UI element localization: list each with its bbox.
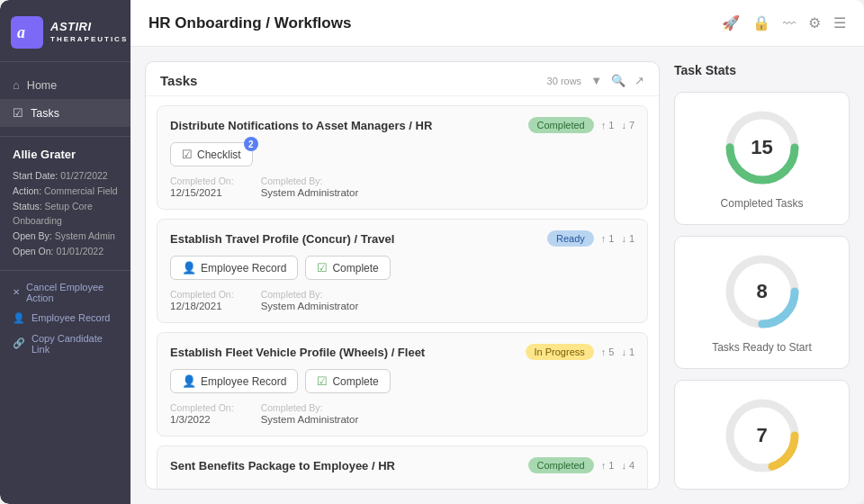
cancel-employee-action[interactable]: ✕ Cancel Employee Action — [13, 280, 118, 305]
stats-title: Task Stats — [674, 61, 850, 81]
completed-on-label-3: Completed On: — [170, 402, 234, 413]
task-badge-2: Ready — [547, 230, 594, 247]
activity-icon[interactable]: 〰 — [783, 16, 796, 31]
task-name-1: Distribute Notifications to Asset Manage… — [170, 119, 528, 132]
sidebar-logo: a aSTIRi THERAPEUTICS — [0, 0, 130, 62]
stats-panel: Task Stats 15 Completed Tasks — [674, 61, 850, 490]
rocket-icon[interactable]: 🚀 — [722, 14, 740, 32]
open-by-label: Open By: — [13, 230, 52, 241]
main-content: HR Onboarding / Workflows 🚀 🔒 〰 ⚙ ☰ Task… — [130, 0, 864, 504]
employee-record-label: Employee Record — [32, 312, 110, 323]
employee-record-label-2: Employee Record — [201, 262, 286, 274]
employee-icon-3: 👤 — [182, 374, 196, 388]
checklist-button[interactable]: ☑ Checklist 2 — [170, 142, 253, 166]
check-icon-3: ☑ — [317, 374, 328, 388]
checklist-badge: 2 — [244, 137, 258, 151]
search-icon[interactable]: 🔍 — [611, 74, 626, 87]
content-area: Tasks 30 rows ▼ 🔍 ↗ Distribute Notificat… — [130, 47, 864, 504]
task-card-header-1: Distribute Notifications to Asset Manage… — [170, 117, 634, 133]
start-date-label: Start Date: — [13, 170, 58, 181]
completed-by-value-3: System Administrator — [261, 414, 359, 425]
employee-record-icon: 👤 — [13, 312, 25, 324]
sidebar-item-tasks[interactable]: ☑ Tasks — [0, 99, 130, 127]
logo-tagline: THERAPEUTICS — [50, 35, 128, 44]
cancel-label: Cancel Employee Action — [26, 282, 118, 303]
tasks-panel: Tasks 30 rows ▼ 🔍 ↗ Distribute Notificat… — [145, 61, 660, 490]
complete-label-2: Complete — [332, 262, 378, 274]
employee-record-button-2[interactable]: 👤 Employee Record — [170, 256, 298, 280]
settings-icon[interactable]: ⚙ — [808, 14, 821, 32]
stat-card-3: 7 — [674, 380, 850, 490]
task-down-1: ↓7 — [621, 120, 634, 130]
completed-on-value-3: 1/3/2022 — [170, 414, 234, 425]
sidebar-navigation: ⌂ Home ☑ Tasks — [0, 62, 130, 136]
task-card-1: Distribute Notifications to Asset Manage… — [157, 105, 648, 210]
tasks-list: Distribute Notifications to Asset Manage… — [146, 96, 659, 489]
completed-on-value-1: 12/15/2021 — [170, 187, 234, 198]
completed-on-value-2: 12/18/2021 — [170, 301, 234, 311]
menu-icon[interactable]: ☰ — [833, 14, 846, 32]
filter-icon[interactable]: ▼ — [590, 74, 602, 87]
completed-by-label-3: Completed By: — [261, 402, 359, 413]
donut-1: 15 — [722, 107, 803, 188]
task-card-header-3: Establish Fleet Vehicle Profile (Wheels)… — [170, 344, 634, 360]
task-up-4: ↑1 — [601, 460, 615, 471]
stat-label-2: Tasks Ready to Start — [712, 341, 812, 354]
user-name: Allie Grater — [13, 148, 118, 161]
stat-number-1: 15 — [751, 136, 772, 159]
task-actions-1: ☑ Checklist 2 — [170, 142, 634, 166]
stat-label-1: Completed Tasks — [721, 197, 804, 210]
copy-link-icon: 🔗 — [13, 338, 25, 349]
task-right-2: Ready ↑1 ↓1 — [547, 230, 634, 247]
task-footer-2: Completed On: 12/18/2021 Completed By: S… — [170, 289, 634, 311]
logo-icon: a — [11, 16, 43, 49]
task-right-1: Completed ↑1 ↓7 — [528, 117, 634, 133]
copy-link-label: Copy Candidate Link — [32, 333, 118, 355]
task-name-3: Establish Fleet Vehicle Profile (Wheels)… — [170, 346, 526, 359]
sidebar: a aSTIRi THERAPEUTICS ⌂ Home ☑ Tasks All… — [0, 0, 130, 504]
task-up-2: ↑1 — [601, 233, 615, 244]
tasks-meta: 30 rows ▼ 🔍 ↗ — [547, 74, 644, 87]
donut-3: 7 — [722, 395, 803, 476]
task-up-3: ↑5 — [601, 346, 615, 357]
task-up-1: ↑1 — [601, 120, 615, 130]
open-by-value: System Admin — [55, 230, 115, 241]
stat-number-2: 8 — [756, 280, 767, 303]
lock-icon[interactable]: 🔒 — [752, 14, 770, 32]
employee-record-link[interactable]: 👤 Employee Record — [13, 310, 118, 326]
complete-button-3[interactable]: ☑ Complete — [305, 369, 390, 393]
stat-card-1: 15 Completed Tasks — [674, 92, 850, 225]
status-label: Status: — [13, 201, 42, 212]
employee-icon-2: 👤 — [182, 261, 196, 274]
employee-record-label-3: Employee Record — [201, 375, 286, 388]
stat-number-3: 7 — [756, 424, 767, 447]
task-card-4: Sent Benefits Package to Employee / HR C… — [157, 446, 648, 489]
checklist-label: Checklist — [197, 148, 241, 161]
employee-record-button-3[interactable]: 👤 Employee Record — [170, 369, 298, 393]
complete-button-2[interactable]: ☑ Complete — [305, 256, 390, 280]
open-on-value: 01/01/2022 — [56, 246, 104, 256]
task-badge-4: Completed — [528, 457, 594, 473]
topbar: HR Onboarding / Workflows 🚀 🔒 〰 ⚙ ☰ — [130, 0, 864, 47]
page-title: HR Onboarding / Workflows — [148, 14, 351, 32]
completed-by-value-1: System Administrator — [261, 187, 359, 198]
sidebar-item-home[interactable]: ⌂ Home — [0, 71, 130, 99]
complete-label-3: Complete — [332, 375, 378, 388]
completed-by-label-1: Completed By: — [261, 176, 359, 186]
sidebar-item-home-label: Home — [27, 79, 57, 92]
topbar-icons: 🚀 🔒 〰 ⚙ ☰ — [722, 14, 846, 32]
task-down-2: ↓1 — [621, 233, 634, 244]
home-icon: ⌂ — [13, 78, 20, 92]
task-badge-3: In Progress — [526, 344, 594, 360]
task-down-3: ↓1 — [621, 346, 634, 357]
checklist-icon: ☑ — [182, 148, 193, 161]
cancel-icon: ✕ — [13, 287, 20, 297]
copy-candidate-link[interactable]: 🔗 Copy Candidate Link — [13, 331, 118, 356]
completed-on-label-2: Completed On: — [170, 289, 234, 300]
task-right-3: In Progress ↑5 ↓1 — [526, 344, 635, 360]
export-icon[interactable]: ↗ — [634, 74, 644, 87]
completed-by-label-2: Completed By: — [261, 289, 359, 300]
task-footer-1: Completed On: 12/15/2021 Completed By: S… — [170, 176, 634, 198]
tasks-panel-title: Tasks — [160, 73, 197, 88]
svg-text:a: a — [17, 23, 25, 41]
